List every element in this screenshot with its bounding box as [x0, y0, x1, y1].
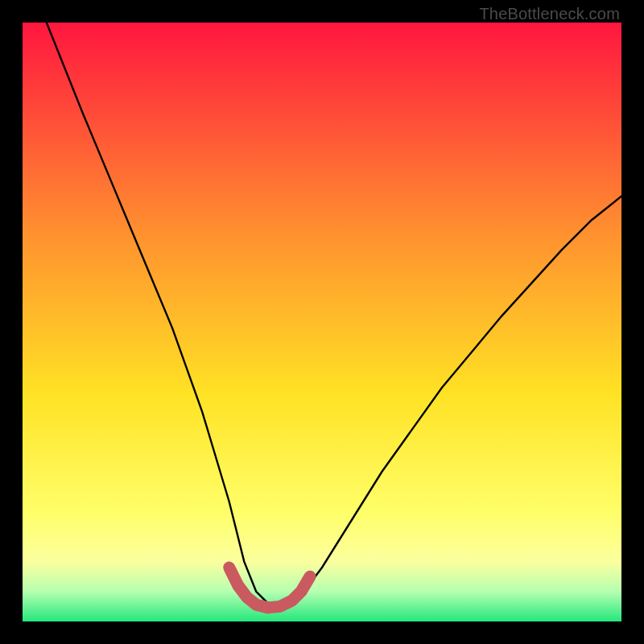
- watermark-text: TheBottleneck.com: [479, 5, 620, 23]
- outer-frame: TheBottleneck.com: [0, 0, 644, 644]
- chart-svg: [23, 23, 621, 621]
- bottleneck-curve: [47, 23, 621, 606]
- plot-area: [23, 23, 621, 621]
- sweet-spot-marker: [229, 568, 310, 608]
